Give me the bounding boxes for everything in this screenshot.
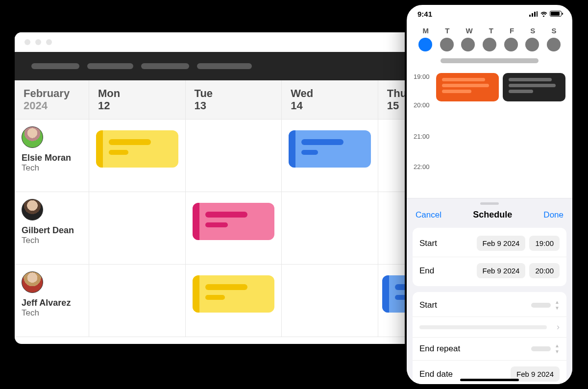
- avatar: [22, 199, 43, 220]
- day-header[interactable]: Wed 14: [282, 80, 378, 119]
- day-dot[interactable]: [547, 38, 561, 51]
- day-header[interactable]: Tue 13: [186, 80, 282, 119]
- day-dot[interactable]: [483, 38, 496, 51]
- sheet-grabber[interactable]: [480, 202, 499, 205]
- status-time: 9:41: [417, 10, 432, 18]
- end-repeat-row[interactable]: End repeat ▲▼: [413, 337, 566, 360]
- done-button[interactable]: Done: [543, 210, 564, 220]
- day-header[interactable]: Mon 12: [89, 80, 186, 119]
- event-block[interactable]: [193, 275, 275, 313]
- weekday-label: T: [445, 26, 449, 35]
- person-name: Jeff Alvarez: [22, 298, 82, 308]
- schedule-cell[interactable]: [186, 120, 282, 192]
- repeat-card: Start ▲▼ › End repeat ▲▼ End date Feb 9: [413, 292, 566, 386]
- end-time-chip[interactable]: 20:00: [529, 263, 560, 278]
- status-icons: [529, 11, 562, 17]
- row-label: Start: [419, 239, 437, 248]
- schedule-cell[interactable]: [89, 192, 186, 265]
- phone-frame: 9:41 M T W T F S S 19:00 20:00: [405, 3, 574, 386]
- chevron-right-icon: ›: [557, 322, 560, 332]
- schedule-cell[interactable]: [89, 265, 186, 337]
- schedule-sheet: Cancel Schedule Done Start Feb 9 2024 19…: [407, 198, 572, 384]
- end-date-row[interactable]: End date Feb 9 2024: [413, 360, 566, 386]
- repeat-detail-row[interactable]: ›: [413, 316, 566, 337]
- window-control-close[interactable]: [24, 39, 30, 45]
- day-dot[interactable]: [461, 38, 475, 51]
- weekday-label: M: [423, 26, 429, 35]
- window-control-minimize[interactable]: [35, 39, 41, 45]
- day-dot[interactable]: [504, 38, 518, 51]
- value-placeholder: [531, 303, 551, 308]
- weekday-labels: M T W T F S S: [415, 26, 564, 35]
- month-year-cell: February 2024: [15, 80, 89, 119]
- event-block[interactable]: [289, 130, 371, 168]
- row-label: Start: [419, 300, 437, 310]
- time-card: Start Feb 9 2024 19:00 End Feb 9 2024 20…: [413, 228, 566, 286]
- event-block[interactable]: [193, 203, 275, 240]
- weekday-label: F: [510, 26, 514, 35]
- nav-item[interactable]: [87, 63, 133, 69]
- window-control-zoom[interactable]: [46, 39, 52, 45]
- event-block[interactable]: [96, 130, 178, 168]
- stepper-icon[interactable]: ▲▼: [555, 343, 560, 354]
- sheet-header: Cancel Schedule Done: [407, 209, 572, 226]
- weekday-label: S: [530, 26, 535, 35]
- cancel-button[interactable]: Cancel: [416, 210, 441, 220]
- status-bar: 9:41: [407, 5, 572, 23]
- person-cell[interactable]: Elsie Moran Tech: [15, 120, 89, 192]
- day-number: 14: [291, 99, 369, 112]
- day-of-week: Mon: [98, 87, 176, 99]
- nav-item[interactable]: [31, 63, 79, 69]
- row-label: End repeat: [419, 344, 460, 354]
- hour-label: 20:00: [414, 101, 430, 109]
- home-indicator[interactable]: [460, 379, 519, 381]
- repeat-start-row[interactable]: Start ▲▼: [413, 294, 566, 316]
- cellular-icon: [529, 11, 538, 17]
- person-name: Elsie Moran: [22, 153, 82, 163]
- person-cell[interactable]: Gilbert Dean Tech: [15, 192, 89, 265]
- value-placeholder: [531, 346, 551, 351]
- schedule-cell[interactable]: [186, 192, 282, 265]
- nav-item[interactable]: [141, 63, 189, 69]
- month-label: February: [24, 87, 80, 99]
- day-timeline[interactable]: 19:00 20:00 21:00 22:00: [407, 70, 572, 173]
- weekday-label: S: [551, 26, 556, 35]
- schedule-cell[interactable]: [282, 120, 378, 192]
- timeline-event[interactable]: [436, 73, 499, 101]
- start-row: Start Feb 9 2024 19:00: [413, 230, 566, 257]
- battery-icon: [550, 11, 562, 17]
- day-dot[interactable]: [418, 38, 432, 51]
- schedule-cell[interactable]: [282, 192, 378, 265]
- schedule-cell[interactable]: [282, 265, 378, 337]
- person-role: Tech: [22, 236, 82, 245]
- day-dot[interactable]: [440, 38, 454, 51]
- weekday-label: T: [489, 26, 493, 35]
- day-number: 12: [98, 99, 176, 112]
- schedule-cell[interactable]: [186, 265, 282, 337]
- row-label: End: [419, 266, 434, 276]
- subtitle-placeholder: [441, 58, 539, 63]
- person-cell[interactable]: Jeff Alvarez Tech: [15, 265, 89, 337]
- week-selector: M T W T F S S: [407, 23, 572, 70]
- stepper-icon[interactable]: ▲▼: [555, 300, 560, 311]
- start-date-chip[interactable]: Feb 9 2024: [477, 236, 526, 251]
- day-dot[interactable]: [525, 38, 539, 51]
- end-date-chip[interactable]: Feb 9 2024: [477, 263, 526, 278]
- day-number: 13: [195, 99, 273, 112]
- schedule-cell[interactable]: [89, 120, 186, 192]
- avatar: [22, 126, 43, 148]
- sheet-title: Schedule: [473, 210, 512, 220]
- day-of-week: Tue: [195, 87, 273, 99]
- hour-label: 21:00: [414, 133, 430, 140]
- hour-label: 19:00: [414, 73, 430, 80]
- nav-item[interactable]: [197, 63, 252, 69]
- wifi-icon: [540, 11, 547, 17]
- avatar: [22, 271, 43, 293]
- weekday-label: W: [466, 26, 472, 35]
- timeline-event[interactable]: [503, 73, 565, 101]
- start-time-chip[interactable]: 19:00: [529, 236, 560, 251]
- year-label: 2024: [24, 99, 80, 112]
- day-dots: [415, 38, 564, 51]
- end-row: End Feb 9 2024 20:00: [413, 257, 566, 284]
- row-label: End date: [419, 369, 453, 379]
